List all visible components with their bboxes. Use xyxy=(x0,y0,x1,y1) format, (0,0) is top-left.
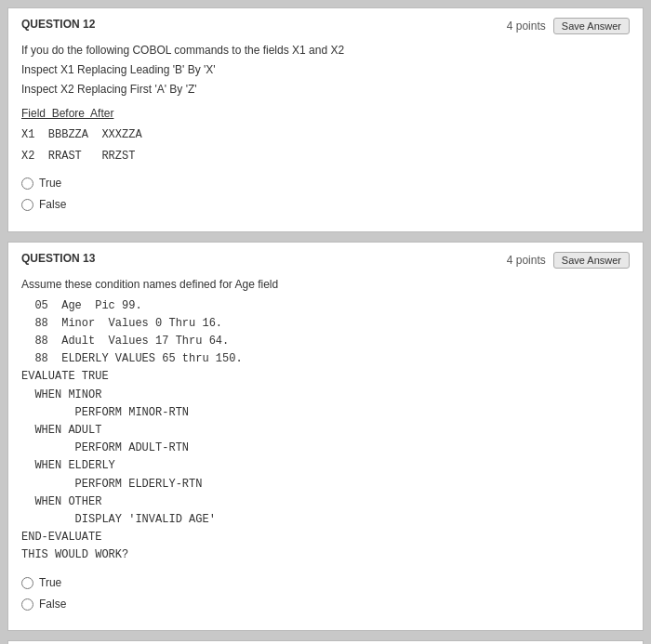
q12-line-2: Inspect X1 Replacing Leading 'B' By 'X' xyxy=(21,61,630,79)
question-13-title: QUESTION 13 xyxy=(21,252,95,265)
page-container: QUESTION 12 4 points Save Answer If you … xyxy=(0,0,651,644)
question-13-points: 4 points xyxy=(507,254,546,267)
question-12-save-button[interactable]: Save Answer xyxy=(553,18,630,34)
question-12-body: If you do the following COBOL commands t… xyxy=(21,42,630,215)
q12-line-1: If you do the following COBOL commands t… xyxy=(21,42,630,59)
q12-label-false: False xyxy=(39,196,66,214)
q13-code-block: 05 Age Pic 99. 88 Minor Values 0 Thru 16… xyxy=(21,297,630,565)
question-13-body: Assume these condition names defined for… xyxy=(21,276,630,613)
question-13-block: QUESTION 13 4 points Save Answer Assume … xyxy=(7,242,644,631)
question-12-points: 4 points xyxy=(507,20,546,33)
question-12-header: QUESTION 12 4 points Save Answer xyxy=(21,18,630,34)
question-12-block: QUESTION 12 4 points Save Answer If you … xyxy=(7,7,644,232)
q13-option-true[interactable]: True xyxy=(21,574,630,592)
q12-table-row-2: X2 RRAST RRZST xyxy=(21,148,630,165)
q13-option-false[interactable]: False xyxy=(21,596,630,613)
q12-label-true: True xyxy=(39,175,61,192)
q13-label-true: True xyxy=(39,574,61,592)
q12-radio-false[interactable] xyxy=(21,199,33,211)
question-13-save-button[interactable]: Save Answer xyxy=(553,252,630,269)
question-12-points-area: 4 points Save Answer xyxy=(507,18,630,34)
question-14-block: QUESTION 14 4 points Save Answer Evaluat… xyxy=(7,640,644,644)
q13-line-0: Assume these condition names defined for… xyxy=(21,276,630,294)
q13-radio-true[interactable] xyxy=(21,577,33,589)
question-12-title: QUESTION 12 xyxy=(21,18,95,31)
question-13-points-area: 4 points Save Answer xyxy=(507,252,630,269)
q12-table-row-1: X1 BBBZZA XXXZZA xyxy=(21,126,630,144)
q13-label-false: False xyxy=(39,596,66,613)
q12-line-3: Inspect X2 Replacing First 'A' By 'Z' xyxy=(21,81,630,99)
q12-option-false[interactable]: False xyxy=(21,196,630,214)
q12-radio-group: True False xyxy=(21,175,630,214)
q12-table-header: Field Before After xyxy=(21,107,113,120)
q13-radio-false[interactable] xyxy=(21,598,33,611)
question-13-header: QUESTION 13 4 points Save Answer xyxy=(21,252,630,269)
q12-radio-true[interactable] xyxy=(21,177,33,190)
q12-option-true[interactable]: True xyxy=(21,175,630,192)
q13-radio-group: True False xyxy=(21,574,630,613)
